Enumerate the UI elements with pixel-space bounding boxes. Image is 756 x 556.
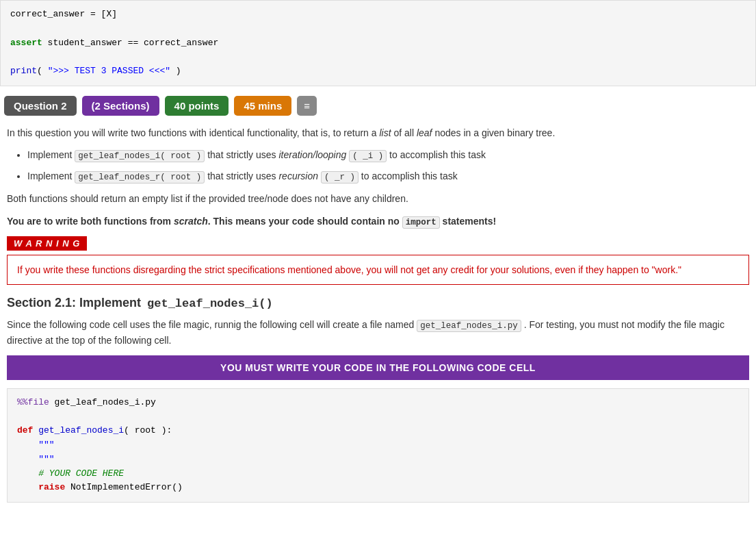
code-def-line: def get_leaf_nodes_i( root ):	[17, 424, 739, 438]
func1-code: get_leaf_nodes_i( root )	[75, 150, 205, 162]
list-italic: list	[379, 127, 391, 138]
section-desc: Since the following code cell uses the f…	[7, 317, 749, 348]
suffix1-code: ( _i )	[349, 150, 387, 162]
time-badge: 45 mins	[234, 96, 291, 116]
sections-badge: (2 Sections)	[82, 96, 159, 116]
points-badge: 40 points	[165, 96, 229, 116]
top-code-block: correct_answer = [X] assert student_answ…	[0, 0, 756, 86]
scratch-italic: scratch	[174, 216, 208, 227]
func2-code: get_leaf_nodes_r( root )	[75, 171, 205, 184]
leaf-italic: leaf	[417, 127, 432, 138]
code-raise: raise NotImplementedError()	[17, 481, 739, 495]
scratch-note: You are to write both functions from scr…	[7, 214, 749, 229]
code-docstring-open: """	[17, 438, 739, 453]
requirements-list: Implement get_leaf_nodes_i( root ) that …	[27, 147, 749, 184]
recursion-italic: recursion	[278, 170, 318, 181]
bullet-1: Implement get_leaf_nodes_i( root ) that …	[27, 147, 749, 163]
bullet-2: Implement get_leaf_nodes_r( root ) that …	[27, 168, 749, 184]
code-comment: # YOUR CODE HERE	[17, 467, 739, 481]
code-token: correct_answer	[10, 9, 85, 19]
must-write-banner: YOU MUST WRITE YOUR CODE IN THE FOLLOWIN…	[7, 355, 749, 380]
assert-keyword: assert	[10, 38, 42, 48]
code-line-3: print( ">>> TEST 3 PASSED <<<" )	[10, 64, 746, 79]
filename-code: get_leaf_nodes_i.py	[417, 320, 521, 332]
warning-label: W A R N I N G	[7, 236, 87, 251]
bottom-code-block: %%file get_leaf_nodes_i.py def get_leaf_…	[7, 388, 749, 503]
question-label: Question 2	[4, 96, 77, 116]
question-header: Question 2 (2 Sections) 40 points 45 min…	[0, 96, 756, 116]
section-title: Section 2.1: Implement get_leaf_nodes_i(…	[7, 296, 749, 310]
suffix2-code: ( _r )	[321, 171, 359, 184]
iteration-italic: iteration/looping	[278, 149, 346, 160]
import-code: import	[402, 216, 440, 229]
content-area: In this question you will write two func…	[0, 125, 756, 503]
both-functions-note: Both functions should return an empty li…	[7, 191, 749, 206]
warning-text: If you write these functions disregardin…	[17, 264, 681, 275]
intro-paragraph: In this question you will write two func…	[7, 125, 749, 140]
code-line-1: correct_answer = [X]	[10, 8, 746, 22]
code-magic-line: %%file get_leaf_nodes_i.py	[17, 396, 739, 410]
warning-section: W A R N I N G If you write these functio…	[7, 236, 749, 285]
print-keyword: print	[10, 66, 37, 76]
section-func-code: get_leaf_nodes_i()	[144, 296, 276, 311]
warning-box: If you write these functions disregardin…	[7, 255, 749, 285]
code-line-2: assert student_answer == correct_answer	[10, 36, 746, 51]
code-docstring-close: """	[17, 453, 739, 467]
menu-icon[interactable]: ≡	[297, 96, 317, 116]
